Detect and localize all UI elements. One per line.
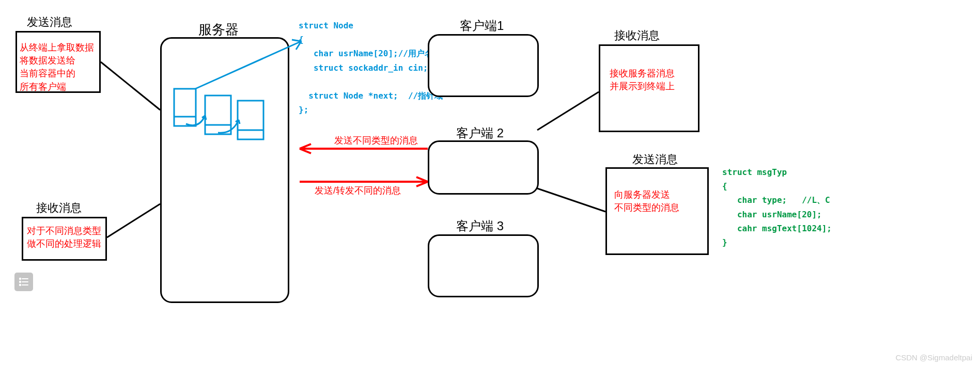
list-icon: [19, 277, 29, 287]
send-note-left: 从终端上拿取数据 将数据发送给 当前容器中的 所有客户端: [20, 41, 94, 93]
recv-note-right: 接收服务器消息 并展示到终端上: [610, 67, 675, 93]
server-box: [160, 37, 289, 303]
client2-label: 客户端 2: [456, 125, 504, 141]
client3-box: [428, 234, 539, 297]
send-label-left: 发送消息: [27, 14, 72, 30]
svg-line-9: [537, 188, 605, 212]
svg-point-12: [20, 278, 21, 279]
svg-line-8: [537, 92, 599, 130]
send-label-right: 发送消息: [632, 152, 678, 167]
svg-line-6: [101, 62, 160, 110]
struct-msg-code: struct msgTyp { char type; //L、C char us…: [722, 165, 832, 249]
send-note-right: 向服务器发送 不同类型的消息: [614, 188, 679, 214]
arrow-bottom-label: 发送/转发不同的消息: [315, 184, 401, 197]
server-label: 服务器: [198, 21, 239, 39]
toc-button[interactable]: [14, 273, 33, 291]
svg-line-7: [107, 204, 160, 237]
recv-label-right: 接收消息: [614, 28, 660, 43]
arrow-top-label: 发送不同类型的消息: [334, 134, 418, 147]
client2-box: [428, 140, 539, 195]
client1-label: 客户端1: [460, 18, 504, 34]
client1-box: [428, 34, 539, 97]
recv-note-left: 对于不同消息类型 做不同的处理逻辑: [27, 225, 101, 250]
svg-point-16: [20, 284, 21, 285]
struct-node-code: struct Node { char usrName[20];//用户名 str…: [299, 19, 443, 117]
watermark: CSDN @Sigmadeltpai: [895, 353, 972, 362]
svg-point-14: [20, 281, 21, 282]
client3-label: 客户端 3: [456, 218, 504, 234]
recv-label-left: 接收消息: [36, 200, 82, 216]
